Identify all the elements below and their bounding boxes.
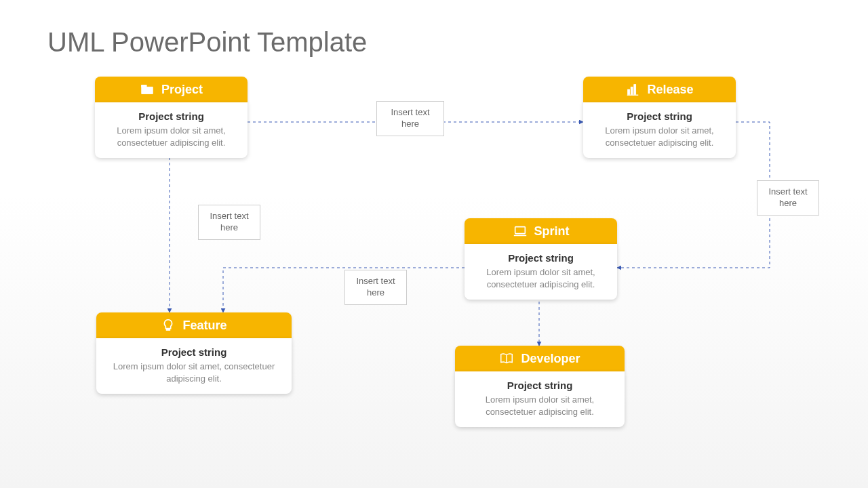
node-feature-body: Project string Lorem ipsum dolor sit ame… [96,338,292,394]
node-developer-header: Developer [455,346,625,371]
edge-label-project-feature: Insert text here [198,205,260,240]
svg-rect-4 [515,227,525,234]
node-developer-body: Project string Lorem ipsum dolor sit ame… [455,371,625,427]
node-feature-subtitle: Project string [108,346,279,358]
node-developer-label: Developer [521,352,580,366]
node-sprint-desc: Lorem ipsum dolor sit amet, consectetuer… [477,266,605,290]
svg-rect-2 [631,87,633,94]
node-sprint-label: Sprint [534,224,570,239]
node-feature-desc: Lorem ipsum dolor sit amet, consectetuer… [108,361,279,384]
folder-icon [140,82,155,97]
node-release-desc: Lorem ipsum dolor sit amet, consectetuer… [595,125,724,148]
node-developer-desc: Lorem ipsum dolor sit amet, consectetuer… [467,394,612,418]
node-project-desc: Lorem ipsum dolor sit amet, consectetuer… [107,125,235,148]
svg-rect-5 [167,329,171,331]
node-project-body: Project string Lorem ipsum dolor sit ame… [95,102,248,158]
node-release-subtitle: Project string [595,110,724,122]
node-release-header: Release [583,77,736,102]
node-project-label: Project [161,83,203,97]
connectors [0,0,868,488]
node-sprint-body: Project string Lorem ipsum dolor sit ame… [465,244,617,300]
edge-label-sprint-feature: Insert text here [344,270,407,305]
page-title: UML PowerPoint Template [47,27,367,58]
svg-rect-0 [142,85,146,87]
edge-label-project-release: Insert text here [376,101,444,136]
edge-label-release-sprint: Insert text here [757,180,819,216]
node-release: Release Project string Lorem ipsum dolor… [583,77,736,158]
svg-rect-1 [628,89,630,94]
node-project-header: Project [95,77,248,102]
node-feature-header: Feature [96,312,292,338]
node-project: Project Project string Lorem ipsum dolor… [95,77,248,158]
chart-icon [625,82,640,97]
lightbulb-icon [161,318,176,333]
node-release-label: Release [647,83,693,97]
node-feature-label: Feature [182,319,226,333]
laptop-icon [513,224,528,239]
book-icon [499,351,514,366]
node-release-body: Project string Lorem ipsum dolor sit ame… [583,102,736,158]
svg-rect-3 [634,85,636,95]
node-sprint-subtitle: Project string [477,252,605,264]
node-developer: Developer Project string Lorem ipsum dol… [455,346,625,427]
node-sprint: Sprint Project string Lorem ipsum dolor … [465,218,617,300]
node-sprint-header: Sprint [465,218,617,244]
node-project-subtitle: Project string [107,110,235,122]
node-developer-subtitle: Project string [467,380,612,391]
node-feature: Feature Project string Lorem ipsum dolor… [96,312,292,394]
